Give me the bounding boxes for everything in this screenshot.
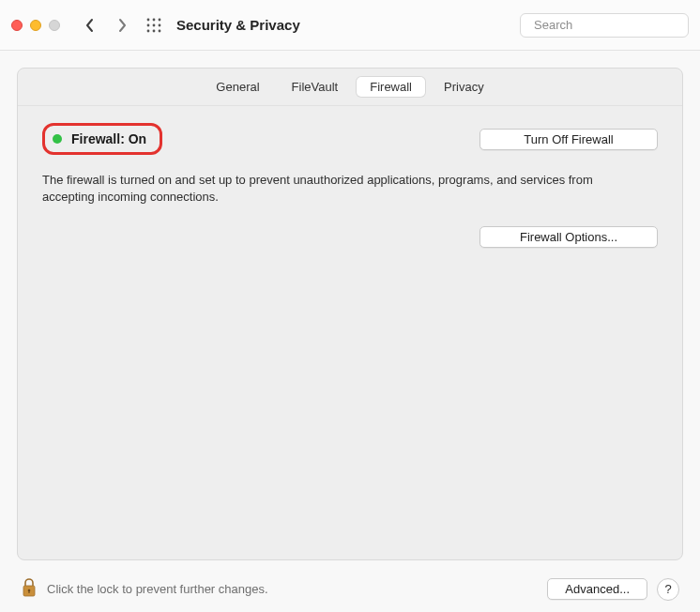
svg-point-5 xyxy=(159,23,161,26)
tab-firewall[interactable]: Firewall xyxy=(357,77,425,97)
window-footer: Click the lock to prevent further change… xyxy=(0,577,700,612)
lock-icon[interactable] xyxy=(21,577,38,601)
firewall-content: Firewall: On Turn Off Firewall The firew… xyxy=(18,106,682,265)
tab-filevault[interactable]: FileVault xyxy=(279,77,352,97)
lock-help-text: Click the lock to prevent further change… xyxy=(47,582,538,596)
svg-point-2 xyxy=(159,18,161,21)
tab-bar: General FileVault Firewall Privacy xyxy=(18,69,682,106)
svg-point-4 xyxy=(153,23,156,26)
svg-point-1 xyxy=(153,18,156,21)
forward-button[interactable] xyxy=(111,14,133,37)
traffic-lights xyxy=(11,20,60,31)
help-button[interactable]: ? xyxy=(657,578,679,601)
preference-pane: General FileVault Firewall Privacy Firew… xyxy=(17,68,683,560)
firewall-options-button[interactable]: Firewall Options... xyxy=(479,226,658,248)
close-window-button[interactable] xyxy=(11,20,23,31)
svg-point-0 xyxy=(147,18,150,21)
search-field[interactable] xyxy=(520,13,689,38)
status-indicator-icon xyxy=(53,134,62,144)
tab-privacy[interactable]: Privacy xyxy=(431,77,497,97)
svg-point-6 xyxy=(147,29,150,32)
toolbar: Security & Privacy xyxy=(0,0,700,51)
zoom-window-button[interactable] xyxy=(49,20,60,31)
search-input[interactable] xyxy=(534,18,692,32)
back-button[interactable] xyxy=(79,14,101,37)
show-all-icon[interactable] xyxy=(146,18,161,33)
svg-point-3 xyxy=(147,23,150,26)
firewall-status-label: Firewall: On xyxy=(71,131,146,146)
minimize-window-button[interactable] xyxy=(30,20,41,31)
svg-point-7 xyxy=(153,29,156,32)
firewall-status-highlight: Firewall: On xyxy=(42,123,162,155)
svg-rect-13 xyxy=(28,590,29,593)
advanced-button[interactable]: Advanced... xyxy=(547,578,647,600)
window-title: Security & Privacy xyxy=(176,17,300,33)
firewall-description: The firewall is turned on and set up to … xyxy=(42,172,643,206)
turn-off-firewall-button[interactable]: Turn Off Firewall xyxy=(479,129,658,150)
tab-general[interactable]: General xyxy=(203,77,272,97)
svg-point-8 xyxy=(159,29,161,32)
